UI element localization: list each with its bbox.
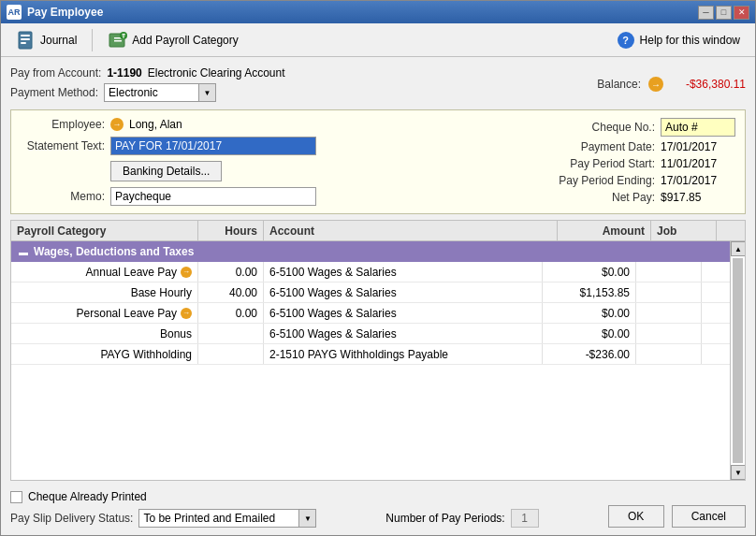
table-row[interactable]: PAYG Withholding 2-1510 PAYG Withholding… — [11, 344, 730, 365]
row-nav-arrow-0[interactable]: → — [181, 267, 192, 278]
td-hours-1: 40.00 — [198, 282, 264, 302]
balance-icon: → — [648, 77, 663, 92]
td-category-2: Personal Leave Pay → — [11, 303, 198, 323]
cheque-printed-checkbox[interactable] — [10, 491, 22, 503]
td-hours-3 — [198, 324, 264, 343]
employee-label: Employee: — [21, 118, 105, 131]
td-extra-1 — [702, 282, 730, 302]
cheque-no-label: Cheque No.: — [592, 121, 655, 134]
category-name-4: PAYG Withholding — [100, 348, 192, 361]
td-job-4 — [636, 344, 702, 364]
pay-period-start-row: Pay Period Start: 11/01/2017 — [387, 157, 735, 170]
td-account-3: 6-5100 Wages & Salaries — [264, 324, 543, 343]
table-row[interactable]: Personal Leave Pay → 0.00 6-5100 Wages &… — [11, 303, 730, 324]
employee-right: Cheque No.: Payment Date: 17/01/2017 Pay… — [387, 118, 735, 206]
help-label: Help for this window — [640, 34, 740, 47]
scroll-thumb[interactable] — [733, 258, 743, 463]
td-account-1: 6-5100 Wages & Salaries — [264, 282, 543, 302]
td-extra-3 — [702, 324, 730, 343]
table-row[interactable]: Base Hourly 40.00 6-5100 Wages & Salarie… — [11, 282, 730, 303]
statement-text-label: Statement Text: — [21, 139, 105, 152]
employee-left: Employee: → Long, Alan Statement Text: B… — [21, 118, 369, 206]
journal-label: Journal — [40, 34, 77, 47]
td-account-2: 6-5100 Wages & Salaries — [264, 303, 543, 323]
employee-nav-icon[interactable]: → — [110, 118, 124, 131]
td-extra-2 — [702, 303, 730, 323]
banking-row: Banking Details... — [21, 161, 369, 181]
maximize-button[interactable]: □ — [716, 6, 732, 20]
payment-date-row: Payment Date: 17/01/2017 — [387, 140, 735, 153]
statement-text-row: Statement Text: — [21, 137, 369, 155]
num-periods-label: Number of Pay Periods: — [385, 512, 504, 525]
close-button[interactable]: ✕ — [734, 6, 749, 20]
svg-rect-11 — [124, 36, 124, 38]
category-name-0: Annual Leave Pay — [86, 266, 177, 279]
add-payroll-icon — [108, 30, 128, 51]
bottom-section: Cheque Already Printed Pay Slip Delivery… — [10, 486, 746, 528]
net-pay-label: Net Pay: — [612, 191, 655, 204]
th-account: Account — [264, 221, 558, 240]
journal-button[interactable]: Journal — [8, 27, 84, 53]
pay-from-name: Electronic Clearing Account — [148, 66, 285, 80]
category-name-1: Base Hourly — [131, 286, 192, 299]
td-job-2 — [636, 303, 702, 323]
group-row: ▬ Wages, Deductions and Taxes — [11, 241, 730, 262]
cheque-no-row: Cheque No.: — [387, 118, 735, 137]
td-extra-0 — [702, 262, 730, 282]
td-amount-2: $0.00 — [543, 303, 636, 323]
banking-details-button[interactable]: Banking Details... — [110, 161, 222, 181]
scroll-up-button[interactable]: ▲ — [731, 241, 745, 256]
balance-label: Balance: — [597, 78, 641, 91]
pay-slip-label: Pay Slip Delivery Status: — [10, 512, 133, 525]
top-info-left: Pay from Account: 1-1190 Electronic Clea… — [10, 66, 285, 102]
help-icon: ? — [618, 32, 634, 49]
toolbar: Journal Add Payroll Category ? Help for … — [1, 23, 755, 57]
payment-method-dropdown-arrow[interactable]: ▼ — [198, 84, 215, 101]
employee-row: Employee: → Long, Alan — [21, 118, 369, 131]
td-extra-4 — [702, 344, 730, 364]
row-nav-arrow-2[interactable]: → — [181, 308, 192, 319]
td-job-1 — [636, 282, 702, 302]
svg-rect-6 — [114, 40, 122, 42]
pay-slip-dropdown-arrow[interactable]: ▼ — [298, 510, 315, 527]
pay-period-start-value: 11/01/2017 — [661, 157, 735, 170]
pay-from-label: Pay from Account: — [10, 66, 101, 80]
cheque-printed-label: Cheque Already Printed — [28, 490, 147, 503]
td-category-4: PAYG Withholding — [11, 344, 198, 364]
table-row[interactable]: Annual Leave Pay → 0.00 6-5100 Wages & S… — [11, 262, 730, 282]
payment-date-label: Payment Date: — [581, 140, 655, 153]
ok-button[interactable]: OK — [608, 505, 664, 528]
cheque-no-input[interactable] — [661, 118, 735, 137]
table-scrollbar[interactable]: ▲ ▼ — [730, 241, 745, 480]
title-bar: AR Pay Employee ─ □ ✕ — [1, 1, 755, 23]
table-row[interactable]: Bonus 6-5100 Wages & Salaries $0.00 — [11, 324, 730, 344]
cancel-button[interactable]: Cancel — [672, 505, 746, 528]
pay-slip-value: To be Printed and Emailed — [139, 511, 298, 526]
td-category-1: Base Hourly — [11, 282, 198, 302]
add-payroll-button[interactable]: Add Payroll Category — [100, 27, 245, 53]
group-expand-icon[interactable]: ▬ — [19, 247, 28, 257]
content-area: Pay from Account: 1-1190 Electronic Clea… — [1, 57, 755, 535]
group-label: Wages, Deductions and Taxes — [34, 245, 194, 258]
minimize-button[interactable]: ─ — [698, 6, 714, 20]
td-amount-3: $0.00 — [543, 324, 636, 343]
main-window: AR Pay Employee ─ □ ✕ Journal — [0, 0, 756, 536]
statement-text-input[interactable] — [110, 137, 316, 155]
pay-period-start-label: Pay Period Start: — [570, 157, 655, 170]
td-job-3 — [636, 324, 702, 343]
table-container: ▬ Wages, Deductions and Taxes Annual Lea… — [11, 241, 745, 480]
scroll-down-button[interactable]: ▼ — [731, 465, 745, 480]
svg-rect-3 — [21, 42, 26, 44]
help-button[interactable]: ? Help for this window — [610, 29, 748, 51]
td-account-0: 6-5100 Wages & Salaries — [264, 262, 543, 282]
pay-slip-combo[interactable]: To be Printed and Emailed ▼ — [138, 509, 316, 528]
pay-period-ending-value: 17/01/2017 — [661, 174, 735, 187]
payment-method-combo[interactable]: Electronic ▼ — [104, 83, 216, 102]
memo-input[interactable] — [110, 187, 316, 206]
th-job: Job — [651, 221, 717, 240]
td-amount-4: -$236.00 — [543, 344, 636, 364]
td-account-4: 2-1510 PAYG Withholdings Payable — [264, 344, 543, 364]
pay-period-ending-row: Pay Period Ending: 17/01/2017 — [387, 174, 735, 187]
action-buttons: OK Cancel — [608, 505, 746, 528]
num-periods-input[interactable] — [511, 509, 539, 528]
